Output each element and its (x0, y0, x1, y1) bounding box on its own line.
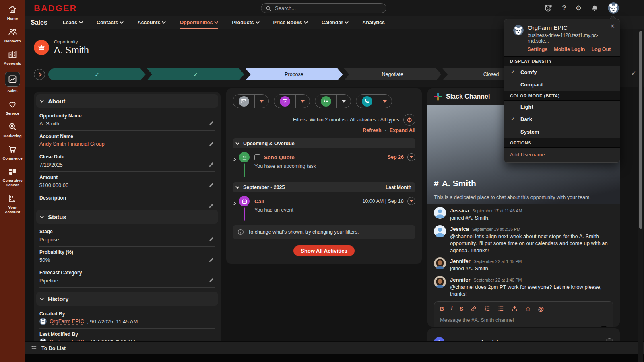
emoji-icon[interactable]: ☺ (525, 305, 531, 312)
path-scroll-left-button[interactable] (34, 69, 45, 80)
history-header[interactable]: History (36, 292, 218, 306)
path-stage-negotiate[interactable]: Negotiate (344, 68, 441, 80)
timeline-section-september[interactable]: September · 2025 Last Month (233, 182, 415, 192)
tab-products[interactable]: Products (232, 16, 259, 29)
menu-item-add-username[interactable]: Add Username (504, 148, 620, 162)
marketing-icon (7, 121, 18, 132)
log-call-button[interactable] (356, 95, 378, 108)
expand-all-link[interactable]: Expand All (390, 128, 415, 133)
sidebar-item-contacts[interactable]: Contacts (0, 23, 25, 45)
about-header[interactable]: About (36, 94, 218, 108)
event-dropdown-button[interactable] (295, 95, 310, 108)
call-dropdown-button[interactable] (378, 95, 392, 108)
tab-opportunities[interactable]: Opportunities (180, 16, 218, 29)
slack-message-input[interactable] (434, 314, 613, 327)
sidebar-item-marketing[interactable]: Marketing (0, 117, 25, 140)
menu-item-system[interactable]: ✓ System (504, 125, 620, 138)
opportunity-icon (34, 40, 49, 55)
sidebar-item-commerce[interactable]: Commerce (0, 140, 25, 162)
expand-row-icon[interactable] (233, 152, 239, 177)
sidebar-item-generative-canvas[interactable]: Generative Canvas (0, 162, 25, 189)
upload-icon[interactable] (511, 305, 518, 312)
sidebar-item-service[interactable]: Service (0, 95, 25, 117)
tab-leads[interactable]: Leads (63, 16, 83, 29)
edit-icon[interactable] (208, 278, 214, 283)
row-actions-button[interactable] (407, 153, 415, 161)
activity-panel: Filters: Within 2 months · All activitie… (226, 88, 422, 264)
strikethrough-icon[interactable]: S (460, 306, 463, 312)
tab-analytics[interactable]: Analytics (362, 16, 385, 29)
timeline-section-upcoming[interactable]: Upcoming & Overdue (233, 138, 415, 148)
jessica-avatar[interactable] (434, 207, 446, 219)
tab-price-books[interactable]: Price Books (273, 16, 308, 29)
menu-item-light[interactable]: ✓ Light (504, 101, 620, 113)
edit-icon[interactable] (208, 121, 214, 126)
mention-icon[interactable]: @ (538, 305, 544, 312)
chevron-down-icon (40, 296, 44, 300)
edit-icon[interactable] (208, 162, 214, 167)
refresh-link[interactable]: Refresh (363, 128, 382, 133)
sidebar-item-your-account[interactable]: Your Account (0, 189, 25, 216)
mobile-login-link[interactable]: Mobile Login (554, 47, 585, 52)
link-icon[interactable] (470, 305, 477, 312)
task-dropdown-button[interactable] (336, 95, 351, 108)
italic-icon[interactable]: I (451, 305, 453, 312)
email-button[interactable] (233, 95, 254, 108)
menu-item-compact[interactable]: ✓ Compact (504, 78, 620, 91)
menu-item-comfy[interactable]: ✓ Comfy (504, 66, 620, 78)
menu-item-dark[interactable]: ✓ Dark (504, 113, 620, 125)
chevron-down-icon (40, 214, 44, 218)
timeline-connector (244, 207, 245, 221)
agentforce-icon[interactable] (544, 4, 553, 12)
edit-icon[interactable] (208, 141, 214, 147)
filters-summary[interactable]: Filters: Within 2 months · All activitie… (293, 117, 399, 123)
jessica-avatar[interactable] (434, 225, 446, 237)
jennifer-avatar[interactable] (434, 257, 446, 269)
close-icon[interactable]: ✕ (610, 23, 615, 30)
sidebar-item-home[interactable]: Home (0, 0, 25, 23)
triangle-down-icon (383, 100, 387, 103)
settings-link[interactable]: Settings (528, 47, 547, 52)
field-amount: Amount $100,000.00 (39, 172, 215, 192)
new-event-button[interactable] (274, 95, 295, 108)
bold-icon[interactable]: B (440, 306, 444, 312)
sidebar-item-accounts[interactable]: Accounts (0, 45, 25, 68)
tab-accounts[interactable]: Accounts (137, 16, 166, 29)
account-link[interactable]: Andy Smith Financial Group (39, 141, 105, 147)
ordered-list-icon[interactable] (484, 305, 491, 312)
jennifer-avatar[interactable] (434, 276, 446, 288)
task-checkbox[interactable] (254, 154, 260, 160)
edit-icon[interactable] (208, 182, 214, 188)
setup-gear-icon[interactable]: ⚙ (576, 4, 582, 12)
show-all-activities-button[interactable]: Show All Activities (293, 245, 354, 256)
user-avatar[interactable] (608, 2, 619, 14)
event-title-link[interactable]: Call (254, 198, 264, 204)
tab-contacts[interactable]: Contacts (97, 16, 124, 29)
created-by-link[interactable]: OrgFarm EPIC (50, 318, 84, 325)
tab-calendar[interactable]: Calendar (322, 16, 349, 29)
edit-icon[interactable] (208, 237, 214, 242)
task-title-link[interactable]: Send Quote (264, 154, 295, 160)
row-actions-button[interactable] (407, 197, 415, 205)
bullet-list-icon[interactable] (497, 305, 504, 312)
path-stage-1[interactable]: ✓ (48, 68, 146, 80)
email-dropdown-button[interactable] (254, 95, 268, 108)
search-input[interactable] (275, 5, 382, 11)
filter-gear-icon[interactable]: ⚙ (403, 114, 415, 126)
global-search[interactable] (261, 3, 386, 13)
log-out-link[interactable]: Log Out (591, 47, 611, 52)
path-stage-propose[interactable]: Propose (246, 68, 343, 80)
mark-stage-complete-icon[interactable]: ✓ (631, 70, 636, 77)
path-stage-2[interactable]: ✓ (147, 68, 244, 80)
status-header[interactable]: Status (36, 210, 218, 224)
expand-row-icon[interactable] (233, 196, 239, 221)
new-task-button[interactable] (315, 95, 336, 108)
scrollbar-thumb[interactable] (639, 31, 642, 229)
edit-icon[interactable] (208, 257, 214, 263)
stage-complete-check-icon: ✓ (95, 72, 99, 78)
todo-list-bar[interactable]: To Do List (25, 341, 644, 354)
scrollbar-track[interactable] (638, 29, 643, 362)
sidebar-item-sales[interactable]: Sales (0, 68, 25, 95)
help-icon[interactable]: ? (562, 4, 566, 12)
notifications-bell-icon[interactable] (591, 4, 599, 12)
